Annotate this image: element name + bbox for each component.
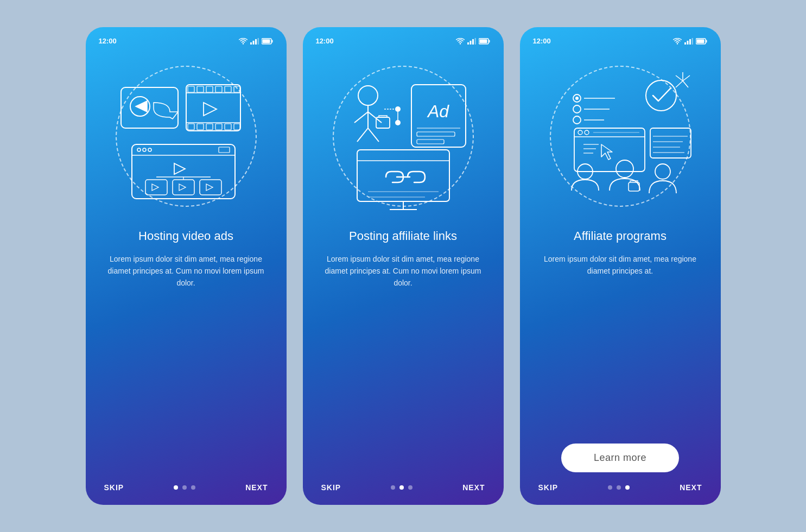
battery-icon [262, 38, 274, 45]
svg-rect-1 [252, 41, 254, 45]
svg-rect-21 [215, 124, 222, 130]
svg-rect-76 [706, 40, 707, 42]
svg-point-89 [585, 130, 589, 135]
dot-3-3 [625, 485, 630, 490]
dot-2-1 [391, 485, 395, 490]
affiliate-programs-illustration [544, 60, 696, 212]
svg-rect-17 [234, 86, 240, 92]
signal-icon-3 [684, 38, 693, 45]
dots-2 [391, 485, 412, 490]
svg-point-88 [578, 130, 582, 135]
status-icons-2 [456, 38, 491, 45]
svg-rect-20 [206, 124, 213, 130]
svg-marker-31 [174, 163, 185, 174]
dots-1 [174, 485, 195, 490]
signal-icon-2 [467, 38, 476, 45]
svg-rect-74 [691, 38, 693, 45]
svg-line-53 [368, 128, 379, 142]
skip-button-3[interactable]: SKIP [538, 483, 559, 492]
svg-rect-62 [417, 132, 455, 136]
svg-point-103 [655, 164, 670, 179]
phone-card-2: 12:00 [303, 27, 504, 505]
svg-marker-91 [601, 144, 612, 160]
svg-rect-5 [271, 40, 272, 42]
svg-rect-13 [197, 86, 204, 92]
svg-rect-43 [472, 39, 474, 45]
svg-rect-6 [262, 39, 270, 43]
svg-rect-72 [687, 41, 688, 45]
svg-point-101 [616, 160, 633, 178]
card-title-2: Posting affiliate links [349, 229, 457, 244]
skip-button-1[interactable]: SKIP [104, 483, 124, 492]
svg-point-56 [395, 120, 401, 125]
svg-point-28 [143, 148, 146, 151]
svg-rect-18 [188, 124, 194, 130]
svg-marker-37 [206, 184, 213, 191]
phone-card-3: 12:00 [520, 27, 721, 505]
svg-point-78 [646, 80, 676, 111]
svg-rect-30 [219, 147, 230, 153]
battery-icon-3 [696, 38, 708, 45]
dots-3 [608, 485, 630, 490]
dot-1-1 [174, 485, 178, 490]
card-body-1: Lorem ipsum dolor sit dim amet, mea regi… [99, 253, 274, 472]
svg-rect-2 [255, 39, 257, 45]
time-3: 12:00 [533, 37, 551, 45]
skip-button-2[interactable]: SKIP [321, 483, 341, 492]
card-title-3: Affiliate programs [574, 229, 667, 244]
svg-line-105 [683, 75, 690, 81]
status-bar-1: 12:00 [99, 37, 274, 45]
svg-rect-3 [257, 38, 259, 45]
status-icons-1 [239, 38, 274, 45]
status-icons-3 [673, 38, 708, 45]
video-ads-illustration [110, 60, 262, 212]
dot-2-2 [399, 485, 404, 490]
svg-point-81 [573, 105, 581, 113]
svg-line-50 [354, 112, 368, 123]
svg-rect-34 [173, 180, 194, 195]
illustration-area-2: Ad [322, 55, 485, 218]
learn-more-button[interactable]: Learn more [561, 444, 679, 472]
svg-point-82 [573, 116, 581, 124]
svg-point-55 [395, 106, 401, 112]
svg-rect-23 [234, 124, 240, 130]
next-button-2[interactable]: NEXT [462, 483, 485, 492]
svg-rect-41 [467, 42, 469, 45]
svg-marker-35 [179, 184, 186, 191]
bottom-nav-3: SKIP NEXT [533, 483, 708, 492]
svg-rect-42 [469, 41, 471, 45]
dot-2-3 [408, 485, 412, 490]
svg-rect-36 [200, 180, 221, 195]
illustration-area-3 [539, 55, 702, 218]
card-title-1: Hosting video ads [138, 229, 233, 244]
next-button-3[interactable]: NEXT [680, 483, 702, 492]
svg-rect-46 [488, 40, 490, 42]
svg-rect-44 [474, 38, 476, 45]
svg-line-107 [676, 75, 683, 81]
time-1: 12:00 [99, 37, 117, 45]
svg-rect-19 [197, 124, 204, 130]
wifi-icon [239, 38, 247, 45]
card-body-2: Lorem ipsum dolor sit dim amet, mea regi… [316, 253, 491, 472]
svg-marker-24 [204, 103, 217, 116]
dot-1-2 [182, 485, 187, 490]
svg-marker-33 [152, 184, 158, 191]
bottom-nav-1: SKIP NEXT [99, 483, 274, 492]
wifi-icon-3 [673, 38, 682, 45]
time-2: 12:00 [316, 37, 334, 45]
affiliate-links-illustration: Ad [327, 60, 479, 212]
svg-rect-15 [215, 86, 222, 92]
svg-point-80 [575, 97, 579, 100]
svg-line-106 [683, 81, 688, 87]
next-button-1[interactable]: NEXT [245, 483, 268, 492]
svg-rect-95 [650, 128, 691, 158]
bottom-nav-2: SKIP NEXT [316, 483, 491, 492]
wifi-icon-2 [456, 38, 465, 45]
battery-icon-2 [479, 38, 491, 45]
svg-rect-16 [225, 86, 231, 92]
svg-rect-63 [417, 140, 444, 144]
svg-rect-0 [250, 42, 252, 45]
svg-rect-71 [684, 42, 686, 45]
svg-line-52 [357, 128, 368, 142]
phone-card-1: 12:00 [86, 27, 287, 505]
